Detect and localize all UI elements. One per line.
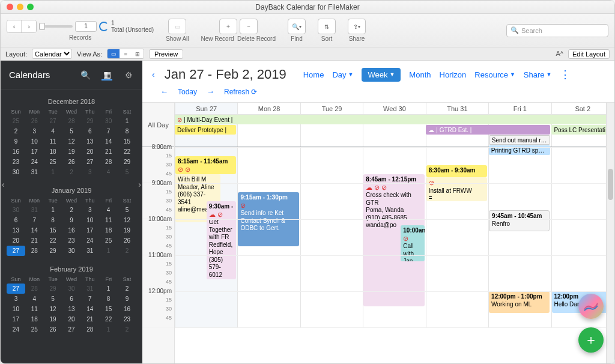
calendar-event[interactable]: ⊘Install at FRWW=	[426, 177, 487, 201]
mini-cal-day[interactable]: 4	[99, 167, 118, 177]
calendar-icon[interactable]: ▦	[101, 70, 112, 80]
mini-cal-day[interactable]: 21	[99, 147, 118, 157]
gear-icon[interactable]: ⚙	[123, 70, 134, 80]
mini-cal-day[interactable]: 25	[99, 235, 118, 246]
mini-cal-day[interactable]: 12	[118, 215, 136, 225]
calendar-event[interactable]: 9:30am -☁ ⊘Get Together with FRRedfield,…	[207, 201, 237, 279]
mini-cal-day[interactable]: 27	[62, 324, 81, 335]
add-event-button[interactable]: ＋	[578, 327, 604, 353]
mini-cal-day[interactable]: 1	[44, 167, 62, 177]
mini-cal-day[interactable]: 24	[80, 235, 99, 246]
mini-cal-day[interactable]: 8	[118, 126, 136, 136]
mini-cal-day[interactable]: 2	[118, 324, 136, 335]
mini-cal-day[interactable]: 27	[7, 246, 25, 256]
mini-cal-day[interactable]: 8	[44, 215, 62, 225]
mini-cal-day[interactable]: 6	[7, 215, 25, 225]
refresh-button[interactable]: Refresh ⟳	[224, 88, 257, 96]
mini-cal-day[interactable]: 7	[80, 294, 99, 304]
mini-cal-day[interactable]: 1	[44, 205, 62, 215]
search-field[interactable]: 🔍 Search	[506, 24, 608, 37]
find-button[interactable]: 🔍▾	[288, 19, 306, 34]
mini-cal-day[interactable]: 25	[7, 116, 25, 126]
mini-cal-day[interactable]: 13	[62, 304, 81, 314]
mini-cal-day[interactable]: 17	[7, 314, 25, 324]
mini-cal-day[interactable]: 15	[118, 136, 136, 147]
mini-cal-day[interactable]: 10	[7, 304, 25, 314]
calendar-event[interactable]: 9:45am - 10:45amRenfro	[489, 210, 550, 231]
mini-cal-day[interactable]: 31	[25, 167, 44, 177]
mini-cal-day[interactable]: 28	[62, 116, 81, 126]
mini-cal-day[interactable]: 1	[99, 324, 118, 335]
mini-cal-day[interactable]: 26	[25, 116, 44, 126]
view-table-button[interactable]: ⊞	[132, 49, 144, 58]
mini-cal-day[interactable]: 31	[80, 246, 99, 256]
mini-cal-day[interactable]: 30	[62, 246, 81, 256]
mini-cal-day[interactable]: 11	[99, 215, 118, 225]
mini-cal-day[interactable]: 15	[99, 304, 118, 314]
mini-cal-day[interactable]: 3	[80, 205, 99, 215]
mini-cal-day[interactable]: 10	[80, 215, 99, 225]
mini-cal-day[interactable]: 26	[44, 324, 62, 335]
mini-cal-day[interactable]: 17	[80, 225, 99, 235]
mini-cal-day[interactable]: 25	[25, 324, 44, 335]
mini-cal-day[interactable]: 4	[99, 205, 118, 215]
mini-cal-day[interactable]: 29	[44, 246, 62, 256]
mini-cal-day[interactable]: 12	[44, 304, 62, 314]
calendar-event[interactable]: 8:30am - 9:30am	[426, 165, 487, 177]
today-next-button[interactable]: →	[207, 87, 214, 96]
mini-cal-day[interactable]: 20	[7, 235, 25, 246]
mini-cal-day[interactable]: 2	[62, 167, 81, 177]
mini-cal-day[interactable]: 27	[7, 284, 25, 294]
view-form-button[interactable]: ▭	[108, 49, 120, 58]
mini-cal-day[interactable]: 3	[7, 294, 25, 304]
layout-select[interactable]: Calendar	[32, 49, 72, 59]
preview-button[interactable]: Preview	[149, 49, 183, 59]
show-all-button[interactable]: ▭	[168, 19, 186, 34]
search-icon[interactable]: 🔍	[80, 70, 91, 80]
mini-cal-day[interactable]: 19	[44, 314, 62, 324]
view-list-button[interactable]: ≡	[120, 49, 132, 58]
mini-cal-day[interactable]: 3	[80, 167, 99, 177]
mini-cal-day[interactable]: 9	[7, 136, 25, 147]
mini-cal-day[interactable]: 2	[118, 246, 136, 256]
mini-cal-day[interactable]: 7	[99, 126, 118, 136]
mini-cal-day[interactable]: 5	[44, 294, 62, 304]
mini-cal-day[interactable]: 23	[7, 157, 25, 167]
mini-cal-day[interactable]: 4	[44, 126, 62, 136]
mini-cal-day[interactable]: 28	[80, 324, 99, 335]
mini-cal-day[interactable]: 30	[7, 167, 25, 177]
mini-cal-day[interactable]: 8	[99, 294, 118, 304]
mini-cal-day[interactable]: 11	[25, 304, 44, 314]
mini-cal-day[interactable]: 19	[62, 147, 81, 157]
mini-cal-day[interactable]: 14	[80, 304, 99, 314]
allday-event[interactable]: ☁| GTRD Est. |	[426, 125, 550, 135]
nav-horizon[interactable]: Horizon	[440, 70, 467, 79]
record-number-field[interactable]: 1	[75, 21, 97, 32]
mini-cal-day[interactable]: 18	[25, 314, 44, 324]
nav-resource[interactable]: Resource▼	[474, 70, 515, 79]
mini-cal-day[interactable]: 28	[25, 246, 44, 256]
range-prev-button[interactable]: ‹	[151, 70, 156, 79]
allday-event[interactable]: Poss LC Presentati…	[551, 125, 613, 135]
mini-cal-day[interactable]: 27	[44, 116, 62, 126]
mini-cal-day[interactable]: 10	[25, 136, 44, 147]
mini-cal-day[interactable]: 22	[44, 235, 62, 246]
mini-cal-day[interactable]: 16	[118, 304, 136, 314]
mini-cal-day[interactable]: 29	[80, 116, 99, 126]
mini-cal-day[interactable]: 31	[80, 284, 99, 294]
nav-share[interactable]: Share▼	[524, 70, 552, 79]
calendar-event[interactable]: 12:00pm - 1:00pmWorking on ML	[489, 291, 550, 313]
mini-cal-day[interactable]: 2	[118, 284, 136, 294]
mini-cal-day[interactable]: 16	[62, 225, 81, 235]
today-prev-button[interactable]: ←	[160, 87, 168, 96]
mini-cal-day[interactable]: 11	[44, 136, 62, 147]
mini-cal-day[interactable]: 18	[44, 147, 62, 157]
mini-cal-day[interactable]: 17	[25, 147, 44, 157]
text-size-button[interactable]: Aᴬ	[556, 50, 563, 58]
nav-home[interactable]: Home	[303, 70, 324, 79]
mini-cal-day[interactable]: 26	[118, 235, 136, 246]
share-button[interactable]: ⇪▾	[348, 19, 366, 34]
mini-cal-day[interactable]: 19	[118, 225, 136, 235]
mini-cal-day[interactable]: 27	[80, 157, 99, 167]
mini-cal-day[interactable]: 29	[118, 157, 136, 167]
